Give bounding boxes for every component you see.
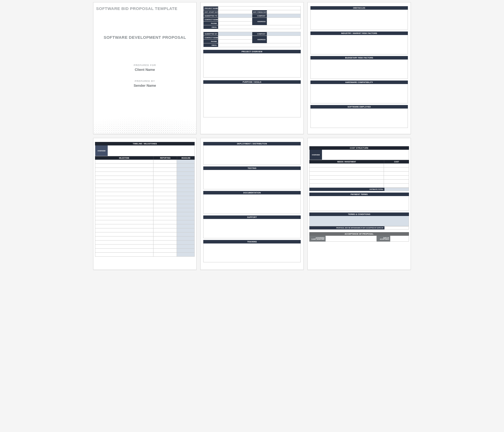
reporting-cell[interactable] (153, 236, 177, 241)
box-hardware[interactable] (310, 84, 408, 103)
milestone-cell[interactable] (95, 208, 153, 212)
box-project-overview[interactable] (203, 53, 301, 78)
box-industry-risk[interactable] (310, 35, 408, 54)
milestone-cell[interactable] (95, 212, 153, 216)
milestone-cell[interactable] (95, 220, 153, 224)
field-contact-by[interactable] (218, 36, 252, 40)
milestone-cell[interactable] (95, 241, 153, 245)
field-phone-by[interactable] (218, 40, 252, 43)
cost-cell[interactable] (384, 163, 409, 168)
needs-cell[interactable] (309, 172, 384, 176)
deadline-cell[interactable] (177, 232, 195, 236)
milestone-cell[interactable] (95, 245, 153, 249)
reporting-cell[interactable] (153, 253, 177, 257)
milestone-cell[interactable] (95, 236, 153, 241)
box-obstacles[interactable] (310, 10, 408, 30)
box-documentation[interactable] (203, 194, 301, 214)
reporting-cell[interactable] (153, 245, 177, 249)
field-contact-to[interactable] (218, 18, 252, 22)
box-software[interactable] (310, 109, 408, 128)
deadline-cell[interactable] (177, 228, 195, 232)
milestone-cell[interactable] (95, 232, 153, 236)
withdraw-date-field[interactable] (384, 226, 409, 229)
milestone-cell[interactable] (95, 168, 153, 172)
needs-cell[interactable] (309, 168, 384, 172)
box-terms-conditions[interactable] (309, 216, 409, 226)
reporting-cell[interactable] (153, 249, 177, 253)
box-payment-terms[interactable] (309, 196, 409, 211)
box-purpose-goals[interactable] (203, 84, 301, 117)
milestone-cell[interactable] (95, 204, 153, 208)
deadline-cell[interactable] (177, 249, 195, 253)
reporting-cell[interactable] (153, 192, 177, 196)
reporting-cell[interactable] (153, 241, 177, 245)
deadline-cell[interactable] (177, 180, 195, 184)
box-training[interactable] (203, 243, 301, 262)
reporting-cell[interactable] (153, 216, 177, 220)
milestone-cell[interactable] (95, 176, 153, 180)
needs-cell[interactable] (309, 180, 384, 184)
milestone-cell[interactable] (95, 172, 153, 176)
reporting-cell[interactable] (153, 160, 177, 164)
reporting-cell[interactable] (153, 180, 177, 184)
deadline-cell[interactable] (177, 236, 195, 241)
reporting-cell[interactable] (153, 212, 177, 216)
deadline-cell[interactable] (177, 204, 195, 208)
reporting-cell[interactable] (153, 196, 177, 200)
milestone-cell[interactable] (95, 188, 153, 192)
milestone-cell[interactable] (95, 224, 153, 228)
milestone-cell[interactable] (95, 160, 153, 164)
milestone-cell[interactable] (95, 228, 153, 232)
reporting-cell[interactable] (153, 224, 177, 228)
milestone-cell[interactable] (95, 200, 153, 204)
reporting-cell[interactable] (153, 184, 177, 188)
deadline-cell[interactable] (177, 188, 195, 192)
milestone-cell[interactable] (95, 184, 153, 188)
field-est-start[interactable] (218, 10, 252, 14)
milestone-cell[interactable] (95, 249, 153, 253)
milestone-cell[interactable] (95, 180, 153, 184)
needs-cell[interactable] (309, 176, 384, 180)
field-email-to[interactable] (218, 25, 301, 29)
reporting-cell[interactable] (153, 200, 177, 204)
field-project-name[interactable] (218, 6, 301, 10)
deadline-cell[interactable] (177, 192, 195, 196)
cost-cell[interactable] (384, 176, 409, 180)
box-deployment[interactable] (203, 145, 301, 165)
cost-cell[interactable] (384, 172, 409, 176)
reporting-cell[interactable] (153, 168, 177, 172)
deadline-cell[interactable] (177, 208, 195, 212)
milestone-cell[interactable] (95, 253, 153, 257)
needs-cell[interactable] (309, 184, 384, 188)
reporting-cell[interactable] (153, 172, 177, 176)
estimate-total-value[interactable] (384, 188, 409, 191)
deadline-cell[interactable] (177, 220, 195, 224)
box-support[interactable] (203, 219, 301, 238)
deadline-cell[interactable] (177, 212, 195, 216)
date-accept-field[interactable] (390, 236, 409, 242)
deadline-cell[interactable] (177, 172, 195, 176)
cost-cell[interactable] (384, 180, 409, 184)
milestone-cell[interactable] (95, 164, 153, 168)
deadline-cell[interactable] (177, 253, 195, 257)
field-company-to[interactable] (267, 14, 301, 18)
field-phone-to[interactable] (218, 22, 252, 25)
field-submitted-by[interactable] (218, 32, 252, 36)
needs-cell[interactable] (309, 163, 384, 168)
deadline-cell[interactable] (177, 224, 195, 228)
deadline-cell[interactable] (177, 176, 195, 180)
reporting-cell[interactable] (153, 232, 177, 236)
field-address-to[interactable] (267, 18, 301, 25)
deadline-cell[interactable] (177, 160, 195, 164)
cost-cell[interactable] (384, 184, 409, 188)
deadline-cell[interactable] (177, 200, 195, 204)
field-company-by[interactable] (267, 32, 301, 36)
deadline-cell[interactable] (177, 184, 195, 188)
reporting-cell[interactable] (153, 204, 177, 208)
milestone-cell[interactable] (95, 216, 153, 220)
deadline-cell[interactable] (177, 196, 195, 200)
deadline-cell[interactable] (177, 168, 195, 172)
deadline-cell[interactable] (177, 216, 195, 220)
box-testing[interactable] (203, 170, 301, 189)
field-est-finish[interactable] (267, 10, 301, 14)
